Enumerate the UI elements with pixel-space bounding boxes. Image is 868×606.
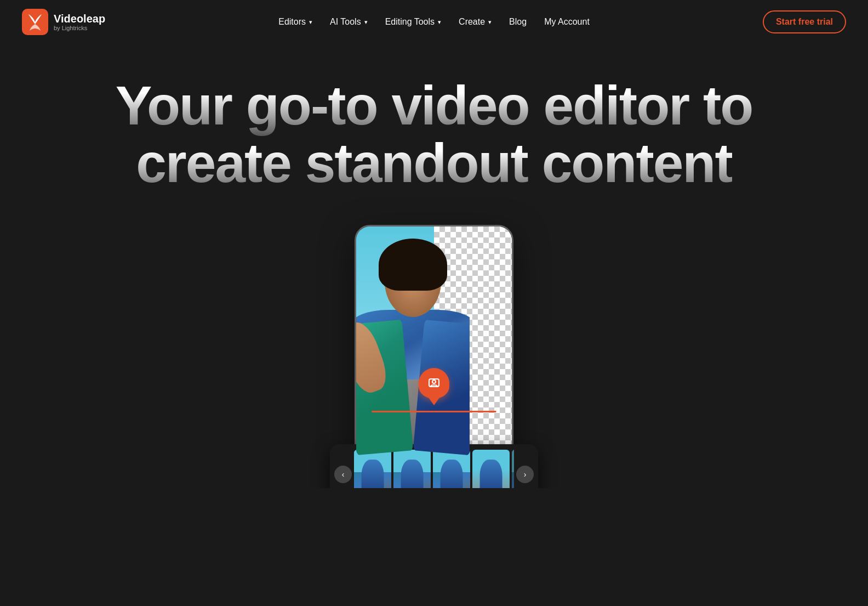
brand-name: Videoleap — [54, 13, 105, 25]
filmstrip-frame-3[interactable] — [433, 450, 470, 488]
navigation: Videoleap by Lightricks Editors ▾ AI Too… — [0, 0, 868, 44]
filmstrip-frames — [354, 450, 514, 488]
filmstrip-prev-button[interactable]: ‹ — [334, 466, 352, 483]
logo-link[interactable]: Videoleap by Lightricks — [22, 9, 105, 35]
profile-pin-icon — [426, 376, 442, 391]
nav-item-blog[interactable]: Blog — [502, 13, 533, 31]
filmstrip-frame-4[interactable] — [472, 450, 510, 488]
filmstrip-frame-2[interactable] — [393, 450, 431, 488]
chevron-down-icon: ▾ — [364, 19, 368, 26]
location-pin — [419, 368, 449, 399]
hero-headline-line2: create standout content — [136, 132, 732, 194]
svg-point-2 — [432, 380, 436, 383]
nav-item-editing-tools[interactable]: Editing Tools ▾ — [379, 13, 448, 31]
hero-headline: Your go-to video editor to create stando… — [50, 77, 818, 192]
pin-icon-circle — [419, 368, 449, 399]
chevron-down-icon: ▾ — [488, 19, 492, 26]
nav-item-account[interactable]: My Account — [538, 13, 596, 31]
hero-headline-line1: Your go-to video editor to — [116, 75, 753, 136]
brand-tagline: by Lightricks — [54, 25, 105, 31]
phone-screen — [356, 226, 512, 465]
logo-icon — [22, 9, 48, 35]
phone-mockup-container: ‹ — [0, 225, 868, 488]
hair — [379, 239, 447, 291]
chevron-down-icon: ▾ — [309, 19, 312, 26]
nav-links: Editors ▾ AI Tools ▾ Editing Tools ▾ Cre… — [272, 13, 596, 31]
nav-item-create[interactable]: Create ▾ — [452, 13, 498, 31]
timeline-bar — [372, 411, 496, 412]
chevron-down-icon: ▾ — [438, 19, 441, 26]
person-figure — [356, 226, 470, 465]
hero-section: Your go-to video editor to create stando… — [0, 44, 868, 488]
start-trial-button[interactable]: Start free trial — [763, 10, 846, 33]
filmstrip-next-button[interactable]: › — [516, 466, 534, 483]
nav-item-editors[interactable]: Editors ▾ — [272, 13, 319, 31]
filmstrip-frame-5[interactable] — [512, 450, 514, 488]
nav-item-ai-tools[interactable]: AI Tools ▾ — [323, 13, 374, 31]
phone-mockup — [355, 225, 513, 466]
filmstrip-frame-1[interactable] — [354, 450, 391, 488]
